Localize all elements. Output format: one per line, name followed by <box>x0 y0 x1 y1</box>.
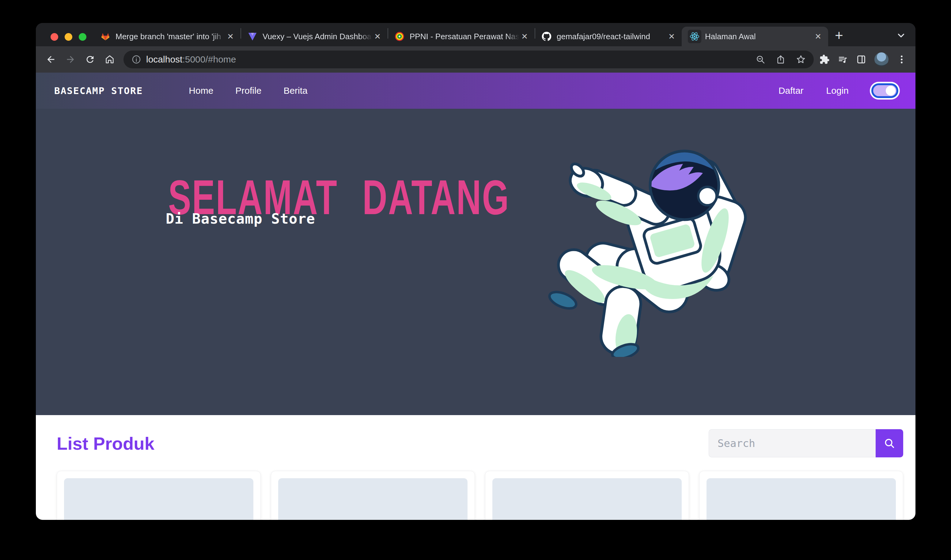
react-icon <box>688 30 701 43</box>
browser-tab[interactable]: Merge branch 'master' into 'jih ✕ <box>94 27 240 46</box>
web-page: BASECAMP STORE Home Profile Berita Dafta… <box>36 72 916 520</box>
zoom-out-icon[interactable] <box>756 55 765 64</box>
toggle-knob <box>886 86 896 95</box>
side-panel-icon[interactable] <box>856 54 866 65</box>
product-image-placeholder <box>492 478 682 520</box>
product-image-placeholder <box>278 478 468 520</box>
tab-close-icon[interactable]: ✕ <box>372 31 383 42</box>
reload-icon[interactable] <box>82 51 98 68</box>
browser-tab-active[interactable]: Halaman Awal ✕ <box>682 27 828 46</box>
product-card-grid <box>57 471 903 520</box>
site-navbar: BASECAMP STORE Home Profile Berita Dafta… <box>36 72 916 109</box>
profile-avatar[interactable] <box>874 52 888 66</box>
tab-search-chevron-icon[interactable] <box>896 30 906 41</box>
site-info-icon[interactable] <box>131 55 141 64</box>
url-text: localhost:5000/#home <box>146 54 236 65</box>
search-icon <box>883 437 895 449</box>
hero-section: SELAMAT DATANG Di Basecamp Store <box>36 109 916 415</box>
browser-tab[interactable]: gemafajar09/react-tailwind ✕ <box>535 27 682 46</box>
search-box <box>709 429 903 457</box>
minimize-window-button[interactable] <box>65 33 72 41</box>
new-tab-button[interactable]: + <box>835 27 843 44</box>
products-heading: List Produk <box>57 433 154 454</box>
tab-close-icon[interactable]: ✕ <box>666 31 677 42</box>
browser-tab[interactable]: PPNI - Persatuan Perawat Nasi ✕ <box>388 27 535 46</box>
products-section: List Produk <box>36 415 916 520</box>
share-icon[interactable] <box>776 55 786 64</box>
tabs: Merge branch 'master' into 'jih ✕ Vuexy … <box>94 23 843 46</box>
close-window-button[interactable] <box>51 33 58 41</box>
tab-close-icon[interactable]: ✕ <box>813 31 823 42</box>
back-icon[interactable] <box>43 51 59 68</box>
tab-strip: Merge branch 'master' into 'jih ✕ Vuexy … <box>36 23 916 46</box>
tab-title: Merge branch 'master' into 'jih <box>115 32 225 42</box>
browser-window: Merge branch 'master' into 'jih ✕ Vuexy … <box>36 23 916 520</box>
url-path: :5000/#home <box>182 54 236 64</box>
nav-links: Home Profile Berita <box>189 85 307 96</box>
product-image-placeholder <box>64 478 253 520</box>
hero-subtitle: Di Basecamp Store <box>166 211 315 227</box>
theme-toggle[interactable] <box>871 83 898 98</box>
astronaut-illustration <box>548 139 756 357</box>
url-host: localhost <box>146 54 182 64</box>
tab-title: Halaman Awal <box>705 32 813 42</box>
nav-link-berita[interactable]: Berita <box>283 85 307 96</box>
browser-toolbar: localhost:5000/#home <box>36 46 916 72</box>
bookmark-star-icon[interactable] <box>796 55 806 64</box>
nav-link-login[interactable]: Login <box>826 85 849 96</box>
product-card[interactable] <box>485 471 689 520</box>
tab-close-icon[interactable]: ✕ <box>225 31 235 42</box>
home-icon[interactable] <box>102 51 118 68</box>
brand-logo[interactable]: BASECAMP STORE <box>54 85 143 96</box>
tab-title: PPNI - Persatuan Perawat Nasi <box>409 32 519 42</box>
tab-title: gemafajar09/react-tailwind <box>557 32 666 42</box>
search-button[interactable] <box>876 429 903 457</box>
product-image-placeholder <box>706 478 896 520</box>
github-icon <box>542 31 552 42</box>
zoom-window-button[interactable] <box>79 33 86 41</box>
nav-link-home[interactable]: Home <box>189 85 213 96</box>
product-card[interactable] <box>699 471 903 520</box>
tab-close-icon[interactable]: ✕ <box>519 31 530 42</box>
product-card[interactable] <box>271 471 475 520</box>
menu-kebab-icon[interactable] <box>896 54 907 65</box>
ppni-icon <box>394 31 405 42</box>
nav-link-daftar[interactable]: Daftar <box>779 85 803 96</box>
macos-traffic-lights <box>51 33 86 41</box>
tab-title: Vuexy – Vuejs Admin Dashboar <box>263 32 372 42</box>
product-card[interactable] <box>57 471 261 520</box>
media-playlist-icon[interactable] <box>838 54 848 65</box>
extensions-puzzle-icon[interactable] <box>819 54 830 65</box>
forward-icon[interactable] <box>62 51 79 68</box>
nav-link-profile[interactable]: Profile <box>235 85 262 96</box>
url-bar[interactable]: localhost:5000/#home <box>123 51 814 68</box>
vuexy-icon <box>247 31 258 42</box>
gitlab-icon <box>100 31 111 42</box>
search-input[interactable] <box>709 429 876 457</box>
browser-tab[interactable]: Vuexy – Vuejs Admin Dashboar ✕ <box>241 27 388 46</box>
